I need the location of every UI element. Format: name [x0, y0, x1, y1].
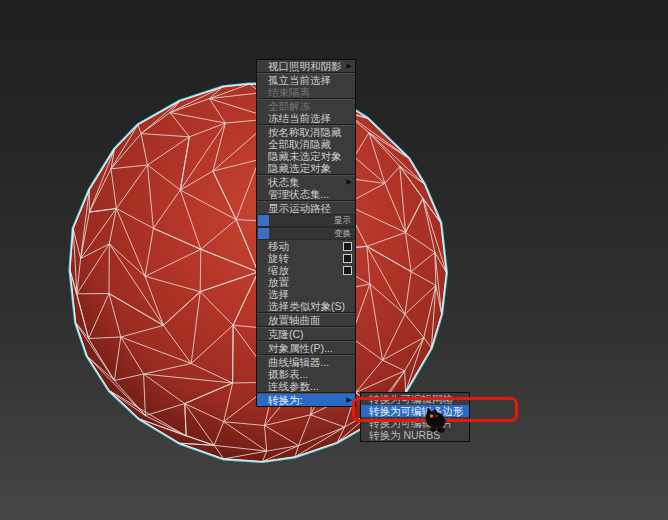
menu-item[interactable]: 移动: [257, 240, 355, 252]
menu-item[interactable]: 全部取消隐藏: [257, 138, 355, 150]
menu-item-label: 选择: [268, 288, 289, 300]
submenu-arrow-icon: ▶: [347, 176, 352, 188]
active-quad-indicator: [258, 215, 269, 226]
menu-item-label: 转换为 NURBS: [369, 429, 440, 441]
quad-title-label: 变换: [334, 227, 355, 240]
menu-item[interactable]: 孤立当前选择: [257, 74, 355, 86]
quad-title-bar: 变换: [257, 227, 355, 240]
menu-item[interactable]: 转换为:▶: [257, 394, 355, 406]
menu-item[interactable]: 摄影表...: [257, 368, 355, 380]
menu-item-label: 状态集: [268, 176, 300, 188]
menu-item[interactable]: 转换为可编辑网格: [361, 393, 469, 405]
menu-item-label: 转换为:: [268, 394, 302, 406]
menu-item-label: 移动: [268, 240, 289, 252]
menu-item-label: 摄影表...: [268, 368, 308, 380]
menu-item-label: 转换为可编辑多边形: [369, 405, 464, 417]
menu-item-label: 连线参数...: [268, 380, 319, 392]
menu-item[interactable]: 转换为 NURBS: [361, 429, 469, 441]
quad-title-bar: 显示: [257, 214, 355, 227]
menu-item-label: 克隆(C): [268, 328, 304, 340]
menu-item[interactable]: 选择: [257, 288, 355, 300]
viewport[interactable]: 视口照明和阴影▶孤立当前选择结束隔离全部解冻冻结当前选择按名称取消隐藏全部取消隐…: [0, 0, 668, 520]
settings-box-icon[interactable]: [343, 266, 352, 275]
quad-menu: 视口照明和阴影▶孤立当前选择结束隔离全部解冻冻结当前选择按名称取消隐藏全部取消隐…: [256, 59, 356, 407]
submenu-arrow-icon: ▶: [347, 60, 352, 72]
menu-item[interactable]: 放置: [257, 276, 355, 288]
menu-item-label: 隐藏选定对象: [268, 162, 331, 174]
menu-item-label: 转换为可编辑面片: [369, 417, 453, 429]
menu-item-label: 视口照明和阴影: [268, 60, 342, 72]
menu-item[interactable]: 缩放: [257, 264, 355, 276]
menu-item-label: 选择类似对象(S): [268, 300, 345, 312]
menu-item-label: 缩放: [268, 264, 289, 276]
menu-item-label: 曲线编辑器...: [268, 356, 329, 368]
menu-item[interactable]: 显示运动路径: [257, 202, 355, 214]
menu-item-label: 全部解冻: [268, 100, 310, 112]
menu-item[interactable]: 选择类似对象(S): [257, 300, 355, 312]
menu-item-label: 对象属性(P)...: [268, 342, 333, 354]
menu-item-label: 按名称取消隐藏: [268, 126, 342, 138]
menu-item[interactable]: 视口照明和阴影▶: [257, 60, 355, 72]
menu-item[interactable]: 克隆(C): [257, 328, 355, 340]
active-quad-indicator: [258, 228, 269, 239]
settings-box-icon[interactable]: [343, 242, 352, 251]
menu-item[interactable]: 冻结当前选择: [257, 112, 355, 124]
menu-item[interactable]: 放置轴曲面: [257, 314, 355, 326]
menu-item[interactable]: 隐藏选定对象: [257, 162, 355, 174]
menu-item-label: 孤立当前选择: [268, 74, 331, 86]
menu-item-label: 冻结当前选择: [268, 112, 331, 124]
menu-item[interactable]: 按名称取消隐藏: [257, 126, 355, 138]
menu-item-label: 隐藏未选定对象: [268, 150, 342, 162]
menu-item[interactable]: 旋转: [257, 252, 355, 264]
menu-item-label: 转换为可编辑网格: [369, 393, 453, 405]
menu-item-label: 显示运动路径: [268, 202, 331, 214]
menu-item[interactable]: 连线参数...: [257, 380, 355, 392]
menu-item: 结束隔离: [257, 86, 355, 98]
menu-item[interactable]: 转换为可编辑面片: [361, 417, 469, 429]
submenu-arrow-icon: ▶: [347, 394, 352, 406]
settings-box-icon[interactable]: [343, 254, 352, 263]
menu-item[interactable]: 隐藏未选定对象: [257, 150, 355, 162]
menu-item[interactable]: 状态集▶: [257, 176, 355, 188]
menu-item-label: 放置轴曲面: [268, 314, 321, 326]
menu-item-label: 结束隔离: [268, 86, 310, 98]
menu-item[interactable]: 对象属性(P)...: [257, 342, 355, 354]
menu-item[interactable]: 曲线编辑器...: [257, 356, 355, 368]
menu-item-label: 全部取消隐藏: [268, 138, 331, 150]
convert-to-submenu: 转换为可编辑网格转换为可编辑多边形转换为可编辑面片转换为 NURBS: [360, 392, 470, 442]
menu-item[interactable]: 管理状态集...: [257, 188, 355, 200]
menu-item-label: 管理状态集...: [268, 188, 329, 200]
menu-item[interactable]: 转换为可编辑多边形: [361, 405, 469, 417]
menu-item-label: 旋转: [268, 252, 289, 264]
menu-item-label: 放置: [268, 276, 289, 288]
quad-title-label: 显示: [334, 214, 355, 227]
menu-item: 全部解冻: [257, 100, 355, 112]
